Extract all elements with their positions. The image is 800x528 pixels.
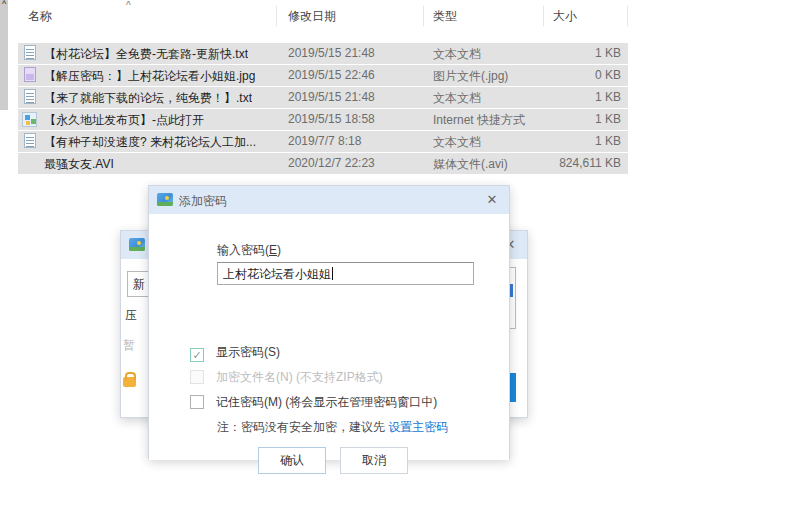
column-header-size[interactable]: 大小 [553, 8, 577, 25]
set-master-password-link[interactable]: 设置主密码 [388, 420, 448, 434]
file-size: 1 KB [595, 134, 621, 148]
password-input-value: 上村花论坛看小姐姐 [223, 267, 331, 281]
file-name: 【有种子却没速度? 来村花论坛人工加... [44, 134, 256, 151]
file-icon [22, 111, 38, 127]
archive-app-icon [129, 238, 145, 251]
add-password-dialog: 添加密码 ✕ 输入密码(E) 上村花论坛看小姐姐 ✓显示密码(S) 加密文件名(… [148, 185, 510, 459]
file-type: 媒体文件(.avi) [433, 156, 508, 173]
file-type: 图片文件(.jpg) [433, 68, 508, 85]
column-header-type[interactable]: 类型 [433, 8, 457, 25]
file-size: 1 KB [595, 90, 621, 104]
left-scrollbar[interactable]: ^ [0, 0, 8, 110]
file-icon [22, 89, 38, 105]
file-date: 2019/5/15 21:48 [288, 90, 375, 104]
file-row[interactable]: 【永久地址发布页】-点此打开 2019/5/15 18:58 Internet … [18, 109, 628, 130]
file-rows: 【村花论坛】全免费-无套路-更新快.txt 2019/5/15 21:48 文本… [18, 43, 628, 175]
dialog-title: 添加密码 [179, 193, 227, 210]
checkbox-encrypt-filenames: 加密文件名(N) (不支持ZIP格式) [190, 369, 383, 385]
compression-label-fragment: 压 [125, 307, 137, 324]
password-input[interactable]: 上村花论坛看小姐姐 [217, 262, 474, 285]
file-size: 1 KB [595, 46, 621, 60]
sort-ascending-icon: ^ [126, 0, 131, 11]
file-name: 【永久地址发布页】-点此打开 [44, 112, 204, 129]
lock-icon [123, 377, 136, 387]
file-type: Internet 快捷方式 [433, 112, 525, 129]
file-row[interactable]: 【来了就能下载的论坛，纯免费！】.txt 2019/5/15 21:48 文本文… [18, 87, 628, 108]
file-date: 2019/5/15 22:46 [288, 68, 375, 82]
file-name: 最骚女友.AVI [44, 156, 114, 173]
file-size: 0 KB [595, 68, 621, 82]
confirm-button[interactable]: 确认 [258, 447, 326, 474]
file-row[interactable]: 【有种子却没速度? 来村花论坛人工加... 2019/7/7 8:18 文本文档… [18, 131, 628, 152]
text-caret [332, 267, 333, 280]
column-divider[interactable] [543, 6, 544, 26]
password-field-label: 输入密码(E) [217, 242, 281, 259]
column-divider[interactable] [276, 6, 277, 26]
file-icon [22, 67, 38, 83]
checkbox-disabled-icon [190, 370, 204, 384]
file-type: 文本文档 [433, 90, 481, 107]
column-divider[interactable] [627, 6, 628, 26]
cancel-button[interactable]: 取消 [340, 447, 408, 474]
file-type: 文本文档 [433, 134, 481, 151]
checkbox-show-password[interactable]: ✓显示密码(S) [190, 344, 280, 360]
file-date: 2019/7/7 8:18 [288, 134, 361, 148]
file-size: 824,611 KB [559, 156, 621, 170]
file-type: 文本文档 [433, 46, 481, 63]
archive-app-icon [157, 193, 173, 206]
checkbox-checked-icon[interactable]: ✓ [190, 348, 204, 362]
close-icon[interactable]: ✕ [483, 191, 501, 209]
file-date: 2019/5/15 18:58 [288, 112, 375, 126]
checkbox-remember-password[interactable]: 记住密码(M) (将会显示在管理密码窗口中) [190, 394, 437, 410]
password-dialog-titlebar[interactable]: 添加密码 ✕ [149, 186, 509, 214]
disabled-label-fragment: 暂 [123, 337, 135, 354]
checkbox-unchecked-icon[interactable] [190, 395, 204, 409]
file-date: 2020/12/7 22:23 [288, 156, 375, 170]
column-header-name[interactable]: 名称 [28, 8, 52, 25]
column-divider[interactable] [423, 6, 424, 26]
file-list-header: 名称 ^ 修改日期 类型 大小 [18, 4, 630, 26]
file-name: 【解压密码：】上村花论坛看小姐姐.jpg [44, 68, 255, 85]
file-row[interactable]: 最骚女友.AVI 2020/12/7 22:23 媒体文件(.avi) 824,… [18, 153, 628, 174]
scrollbar-up-icon[interactable]: ^ [0, 0, 8, 9]
file-icon [22, 155, 38, 171]
file-name: 【村花论坛】全免费-无套路-更新快.txt [44, 46, 248, 63]
file-name: 【来了就能下载的论坛，纯免费！】.txt [44, 90, 252, 107]
file-date: 2019/5/15 21:48 [288, 46, 375, 60]
file-icon [22, 45, 38, 61]
column-header-date[interactable]: 修改日期 [288, 8, 336, 25]
file-icon [22, 133, 38, 149]
file-row[interactable]: 【解压密码：】上村花论坛看小姐姐.jpg 2019/5/15 22:46 图片文… [18, 65, 628, 86]
file-size: 1 KB [595, 112, 621, 126]
security-note: 注：密码没有安全加密，建议先 设置主密码 [217, 419, 448, 436]
file-row[interactable]: 【村花论坛】全免费-无套路-更新快.txt 2019/5/15 21:48 文本… [18, 43, 628, 64]
